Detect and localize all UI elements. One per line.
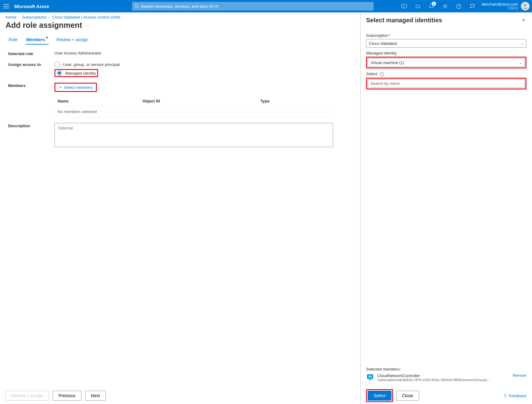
settings-icon[interactable] xyxy=(439,0,451,12)
radio-managed-identity[interactable]: Managed identity xyxy=(57,70,96,76)
search-placeholder: Search resources, services, and docs (G+… xyxy=(141,4,218,9)
chevron-down-icon: ⌄ xyxy=(519,61,522,65)
account-org: CISCO xyxy=(482,7,518,10)
svg-point-6 xyxy=(524,4,526,7)
empty-state: No members selected xyxy=(54,106,333,117)
members-table: Name Object ID Type No members selected xyxy=(54,96,333,117)
cloud-shell-icon[interactable] xyxy=(398,0,410,12)
brand-label[interactable]: Microsoft Azure xyxy=(14,4,49,9)
global-search[interactable]: Search resources, services, and docs (G+… xyxy=(132,2,374,11)
notification-badge: 1 xyxy=(432,2,436,6)
selected-role-label: Selected role xyxy=(8,51,54,56)
help-icon[interactable]: ? xyxy=(452,0,465,12)
search-by-name-input[interactable]: Search by name xyxy=(368,79,525,88)
info-icon[interactable]: i xyxy=(380,72,384,76)
managed-identity-label: Managed identity xyxy=(366,51,526,55)
th-name: Name xyxy=(54,96,139,106)
radio-icon xyxy=(57,70,62,76)
assign-access-label: Assign access to xyxy=(8,62,54,67)
crumb-subscriptions[interactable]: Subscriptions xyxy=(22,15,46,20)
radio-icon xyxy=(54,62,60,67)
select-managed-identities-panel: Select managed identities ✕ Subscription… xyxy=(360,12,532,160)
svg-rect-2 xyxy=(402,4,407,8)
chevron-down-icon: ⌄ xyxy=(521,41,524,46)
svg-line-1 xyxy=(137,7,139,8)
tab-review[interactable]: Review + assign xyxy=(56,35,89,45)
managed-identity-dropdown[interactable]: Virtual machine (1) ⌄ xyxy=(368,58,525,67)
description-input[interactable] xyxy=(54,123,333,147)
subscription-dropdown[interactable]: Cisco-Validated ⌄ xyxy=(366,39,526,48)
th-object-id: Object ID xyxy=(139,96,257,106)
tab-members[interactable]: Members• xyxy=(26,35,49,45)
panel-title: Select managed identities xyxy=(366,17,520,24)
more-icon[interactable]: ⋯ xyxy=(86,23,90,28)
plus-icon: ＋ xyxy=(58,85,63,90)
crumb-iam[interactable]: Cisco-Validated | Access control (IAM) xyxy=(52,15,120,20)
th-type: Type xyxy=(257,96,333,106)
hamburger-icon[interactable] xyxy=(2,4,10,8)
search-icon xyxy=(135,4,139,8)
close-icon[interactable]: ✕ xyxy=(520,18,526,23)
svg-point-3 xyxy=(444,5,446,7)
svg-point-0 xyxy=(135,4,138,7)
tab-role[interactable]: Role xyxy=(8,35,18,45)
crumb-home[interactable]: Home xyxy=(6,15,16,20)
select-label: Select i xyxy=(366,72,526,76)
select-members-button[interactable]: ＋ Select members xyxy=(57,84,95,91)
svg-text:?: ? xyxy=(458,4,460,8)
account-block[interactable]: aleccham@cisco.com CISCO xyxy=(480,2,520,10)
members-label: Members xyxy=(8,83,54,88)
account-email: aleccham@cisco.com xyxy=(482,2,518,7)
page-title: Add role assignment xyxy=(6,21,82,30)
avatar-icon[interactable] xyxy=(521,2,530,11)
radio-label: User, group, or service principal xyxy=(63,62,120,67)
notifications-icon[interactable]: 1 xyxy=(425,0,438,12)
subscription-label: Subscription* xyxy=(366,33,526,38)
description-label: Description xyxy=(8,123,54,128)
azure-top-bar: Microsoft Azure Search resources, servic… xyxy=(0,0,532,12)
table-row: No members selected xyxy=(54,106,333,117)
feedback-icon[interactable] xyxy=(466,0,478,12)
radio-label: Managed identity xyxy=(65,71,96,76)
directories-icon[interactable] xyxy=(412,0,424,12)
